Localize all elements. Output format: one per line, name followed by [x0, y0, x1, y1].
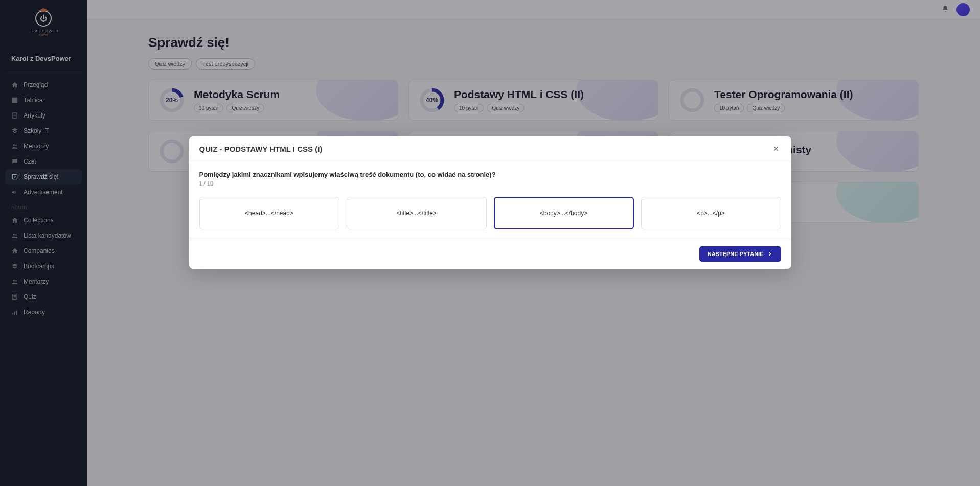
modal-footer: NASTĘPNE PYTANIE	[189, 239, 791, 269]
quiz-option-3[interactable]: <p>...</p>	[641, 197, 781, 229]
quiz-option-2[interactable]: <body>...</body>	[494, 197, 634, 229]
quiz-option-0[interactable]: <head>...</head>	[199, 197, 339, 229]
quiz-progress: 1 / 10	[199, 180, 781, 187]
close-icon[interactable]	[771, 144, 781, 154]
quiz-options: <head>...</head><title>...</title><body>…	[199, 197, 781, 229]
quiz-modal: QUIZ - PODSTAWY HTML I CSS (I) Pomiędzy …	[189, 136, 791, 269]
chevron-right-icon	[767, 251, 773, 257]
modal-overlay: QUIZ - PODSTAWY HTML I CSS (I) Pomiędzy …	[0, 0, 980, 486]
next-button-label: NASTĘPNE PYTANIE	[708, 251, 764, 257]
quiz-option-1[interactable]: <title>...</title>	[347, 197, 487, 229]
modal-body: Pomiędzy jakimi znacznikami wpisujemy wł…	[189, 161, 791, 239]
next-question-button[interactable]: NASTĘPNE PYTANIE	[699, 246, 781, 262]
quiz-question: Pomiędzy jakimi znacznikami wpisujemy wł…	[199, 171, 781, 178]
modal-header: QUIZ - PODSTAWY HTML I CSS (I)	[189, 136, 791, 161]
modal-title: QUIZ - PODSTAWY HTML I CSS (I)	[199, 145, 323, 153]
